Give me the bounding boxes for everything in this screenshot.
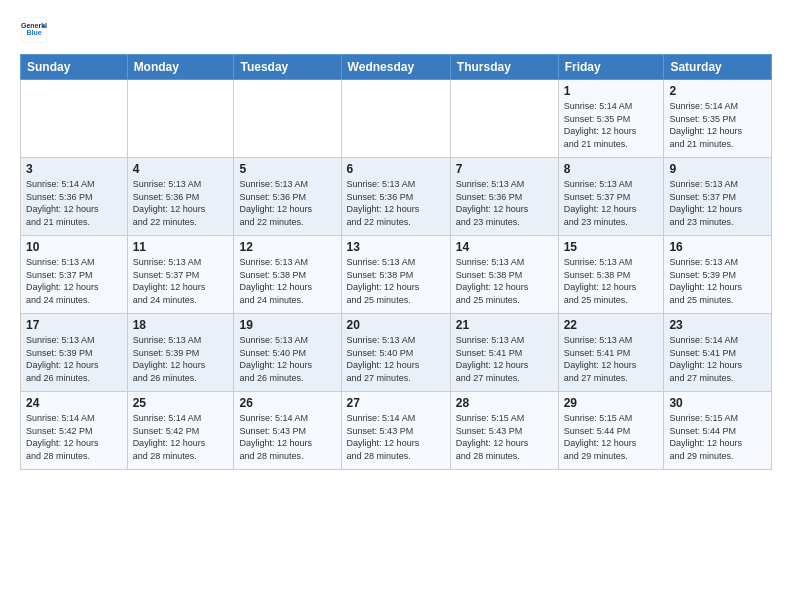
day-number: 1 bbox=[564, 84, 659, 98]
calendar-cell bbox=[450, 80, 558, 158]
day-info: Sunrise: 5:14 AMSunset: 5:43 PMDaylight:… bbox=[347, 412, 445, 462]
calendar-cell: 28Sunrise: 5:15 AMSunset: 5:43 PMDayligh… bbox=[450, 392, 558, 470]
day-header-tuesday: Tuesday bbox=[234, 55, 341, 80]
calendar-cell: 8Sunrise: 5:13 AMSunset: 5:37 PMDaylight… bbox=[558, 158, 664, 236]
calendar-cell: 14Sunrise: 5:13 AMSunset: 5:38 PMDayligh… bbox=[450, 236, 558, 314]
day-number: 7 bbox=[456, 162, 553, 176]
day-header-friday: Friday bbox=[558, 55, 664, 80]
day-info: Sunrise: 5:13 AMSunset: 5:40 PMDaylight:… bbox=[239, 334, 335, 384]
svg-text:Blue: Blue bbox=[26, 29, 41, 36]
day-number: 17 bbox=[26, 318, 122, 332]
page: General Blue SundayMondayTuesdayWednesda… bbox=[0, 0, 792, 486]
day-number: 18 bbox=[133, 318, 229, 332]
day-info: Sunrise: 5:13 AMSunset: 5:38 PMDaylight:… bbox=[239, 256, 335, 306]
day-number: 9 bbox=[669, 162, 766, 176]
calendar-cell bbox=[127, 80, 234, 158]
day-info: Sunrise: 5:15 AMSunset: 5:44 PMDaylight:… bbox=[669, 412, 766, 462]
day-number: 21 bbox=[456, 318, 553, 332]
calendar-cell bbox=[341, 80, 450, 158]
day-number: 3 bbox=[26, 162, 122, 176]
calendar-cell: 11Sunrise: 5:13 AMSunset: 5:37 PMDayligh… bbox=[127, 236, 234, 314]
calendar-cell bbox=[21, 80, 128, 158]
calendar-cell: 9Sunrise: 5:13 AMSunset: 5:37 PMDaylight… bbox=[664, 158, 772, 236]
day-info: Sunrise: 5:13 AMSunset: 5:37 PMDaylight:… bbox=[26, 256, 122, 306]
day-info: Sunrise: 5:13 AMSunset: 5:38 PMDaylight:… bbox=[456, 256, 553, 306]
day-info: Sunrise: 5:13 AMSunset: 5:36 PMDaylight:… bbox=[239, 178, 335, 228]
logo-icon: General Blue bbox=[20, 16, 48, 44]
day-info: Sunrise: 5:13 AMSunset: 5:37 PMDaylight:… bbox=[669, 178, 766, 228]
week-row-1: 1Sunrise: 5:14 AMSunset: 5:35 PMDaylight… bbox=[21, 80, 772, 158]
day-info: Sunrise: 5:13 AMSunset: 5:37 PMDaylight:… bbox=[564, 178, 659, 228]
calendar-cell: 29Sunrise: 5:15 AMSunset: 5:44 PMDayligh… bbox=[558, 392, 664, 470]
day-info: Sunrise: 5:13 AMSunset: 5:39 PMDaylight:… bbox=[669, 256, 766, 306]
calendar-cell: 4Sunrise: 5:13 AMSunset: 5:36 PMDaylight… bbox=[127, 158, 234, 236]
calendar-cell: 6Sunrise: 5:13 AMSunset: 5:36 PMDaylight… bbox=[341, 158, 450, 236]
day-info: Sunrise: 5:13 AMSunset: 5:41 PMDaylight:… bbox=[564, 334, 659, 384]
week-row-3: 10Sunrise: 5:13 AMSunset: 5:37 PMDayligh… bbox=[21, 236, 772, 314]
logo: General Blue bbox=[20, 16, 48, 44]
day-info: Sunrise: 5:13 AMSunset: 5:38 PMDaylight:… bbox=[347, 256, 445, 306]
day-info: Sunrise: 5:13 AMSunset: 5:37 PMDaylight:… bbox=[133, 256, 229, 306]
day-number: 19 bbox=[239, 318, 335, 332]
week-row-4: 17Sunrise: 5:13 AMSunset: 5:39 PMDayligh… bbox=[21, 314, 772, 392]
calendar-cell: 24Sunrise: 5:14 AMSunset: 5:42 PMDayligh… bbox=[21, 392, 128, 470]
calendar-cell: 25Sunrise: 5:14 AMSunset: 5:42 PMDayligh… bbox=[127, 392, 234, 470]
day-header-monday: Monday bbox=[127, 55, 234, 80]
calendar-cell: 10Sunrise: 5:13 AMSunset: 5:37 PMDayligh… bbox=[21, 236, 128, 314]
day-number: 2 bbox=[669, 84, 766, 98]
calendar-cell: 26Sunrise: 5:14 AMSunset: 5:43 PMDayligh… bbox=[234, 392, 341, 470]
calendar-cell: 22Sunrise: 5:13 AMSunset: 5:41 PMDayligh… bbox=[558, 314, 664, 392]
calendar-cell: 27Sunrise: 5:14 AMSunset: 5:43 PMDayligh… bbox=[341, 392, 450, 470]
day-info: Sunrise: 5:14 AMSunset: 5:35 PMDaylight:… bbox=[564, 100, 659, 150]
calendar-cell: 23Sunrise: 5:14 AMSunset: 5:41 PMDayligh… bbox=[664, 314, 772, 392]
day-number: 8 bbox=[564, 162, 659, 176]
day-number: 20 bbox=[347, 318, 445, 332]
day-number: 29 bbox=[564, 396, 659, 410]
day-number: 16 bbox=[669, 240, 766, 254]
day-info: Sunrise: 5:14 AMSunset: 5:35 PMDaylight:… bbox=[669, 100, 766, 150]
calendar-cell: 16Sunrise: 5:13 AMSunset: 5:39 PMDayligh… bbox=[664, 236, 772, 314]
calendar-cell: 21Sunrise: 5:13 AMSunset: 5:41 PMDayligh… bbox=[450, 314, 558, 392]
day-number: 23 bbox=[669, 318, 766, 332]
day-info: Sunrise: 5:13 AMSunset: 5:41 PMDaylight:… bbox=[456, 334, 553, 384]
calendar-cell: 13Sunrise: 5:13 AMSunset: 5:38 PMDayligh… bbox=[341, 236, 450, 314]
day-info: Sunrise: 5:15 AMSunset: 5:43 PMDaylight:… bbox=[456, 412, 553, 462]
day-info: Sunrise: 5:13 AMSunset: 5:39 PMDaylight:… bbox=[26, 334, 122, 384]
day-info: Sunrise: 5:14 AMSunset: 5:43 PMDaylight:… bbox=[239, 412, 335, 462]
day-number: 6 bbox=[347, 162, 445, 176]
day-info: Sunrise: 5:13 AMSunset: 5:36 PMDaylight:… bbox=[456, 178, 553, 228]
day-number: 13 bbox=[347, 240, 445, 254]
day-info: Sunrise: 5:14 AMSunset: 5:42 PMDaylight:… bbox=[133, 412, 229, 462]
day-info: Sunrise: 5:14 AMSunset: 5:42 PMDaylight:… bbox=[26, 412, 122, 462]
day-header-wednesday: Wednesday bbox=[341, 55, 450, 80]
day-info: Sunrise: 5:14 AMSunset: 5:41 PMDaylight:… bbox=[669, 334, 766, 384]
day-number: 30 bbox=[669, 396, 766, 410]
week-row-2: 3Sunrise: 5:14 AMSunset: 5:36 PMDaylight… bbox=[21, 158, 772, 236]
calendar-cell: 7Sunrise: 5:13 AMSunset: 5:36 PMDaylight… bbox=[450, 158, 558, 236]
calendar-cell: 5Sunrise: 5:13 AMSunset: 5:36 PMDaylight… bbox=[234, 158, 341, 236]
day-info: Sunrise: 5:13 AMSunset: 5:36 PMDaylight:… bbox=[347, 178, 445, 228]
day-number: 24 bbox=[26, 396, 122, 410]
day-number: 11 bbox=[133, 240, 229, 254]
calendar: SundayMondayTuesdayWednesdayThursdayFrid… bbox=[20, 54, 772, 470]
day-number: 22 bbox=[564, 318, 659, 332]
calendar-cell: 12Sunrise: 5:13 AMSunset: 5:38 PMDayligh… bbox=[234, 236, 341, 314]
day-info: Sunrise: 5:15 AMSunset: 5:44 PMDaylight:… bbox=[564, 412, 659, 462]
day-number: 26 bbox=[239, 396, 335, 410]
calendar-cell: 19Sunrise: 5:13 AMSunset: 5:40 PMDayligh… bbox=[234, 314, 341, 392]
day-header-thursday: Thursday bbox=[450, 55, 558, 80]
header: General Blue bbox=[20, 16, 772, 44]
calendar-cell: 18Sunrise: 5:13 AMSunset: 5:39 PMDayligh… bbox=[127, 314, 234, 392]
day-number: 27 bbox=[347, 396, 445, 410]
day-header-saturday: Saturday bbox=[664, 55, 772, 80]
day-header-sunday: Sunday bbox=[21, 55, 128, 80]
calendar-cell: 20Sunrise: 5:13 AMSunset: 5:40 PMDayligh… bbox=[341, 314, 450, 392]
calendar-cell: 2Sunrise: 5:14 AMSunset: 5:35 PMDaylight… bbox=[664, 80, 772, 158]
day-number: 14 bbox=[456, 240, 553, 254]
day-info: Sunrise: 5:13 AMSunset: 5:39 PMDaylight:… bbox=[133, 334, 229, 384]
day-number: 15 bbox=[564, 240, 659, 254]
calendar-cell: 17Sunrise: 5:13 AMSunset: 5:39 PMDayligh… bbox=[21, 314, 128, 392]
calendar-cell: 15Sunrise: 5:13 AMSunset: 5:38 PMDayligh… bbox=[558, 236, 664, 314]
day-number: 5 bbox=[239, 162, 335, 176]
calendar-cell: 3Sunrise: 5:14 AMSunset: 5:36 PMDaylight… bbox=[21, 158, 128, 236]
